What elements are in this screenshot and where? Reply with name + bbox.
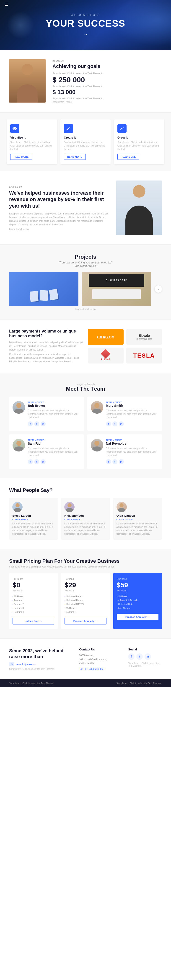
bob-facebook-icon[interactable]: f xyxy=(28,422,33,426)
nav-bar: ☰ xyxy=(0,0,171,9)
personal-feature-3: Unlimited HTTPS xyxy=(64,602,106,606)
bob-body xyxy=(14,409,24,414)
business-price: $59 xyxy=(117,581,158,589)
hamburger-menu[interactable]: ☰ xyxy=(5,2,8,7)
mary-facebook-icon[interactable]: f xyxy=(106,422,111,426)
about-title: Achieving our goals xyxy=(53,64,162,69)
mary-linkedin-icon[interactable]: in xyxy=(119,422,124,426)
projects-quote: "You can do anything you set your mind t… xyxy=(9,261,162,267)
sam-twitter-icon[interactable]: t xyxy=(34,459,39,464)
nat-role: TEAM MEMBER xyxy=(106,439,159,441)
read-more-visualize[interactable]: READ MORE xyxy=(10,154,32,160)
business-pricing-button[interactable]: Proceed Annually → xyxy=(117,614,158,620)
project-thumb-2: BUSINESS CARD xyxy=(82,272,151,306)
mary-role: TEAM MEMBER xyxy=(106,401,159,403)
testimonial-nick: Nick Jhonson CEO / Founder Lorem ipsum d… xyxy=(61,498,110,540)
project-thumb-1 xyxy=(9,272,78,306)
team-period: Per Month xyxy=(13,589,54,592)
stella-face xyxy=(16,503,19,508)
nat-twitter-icon[interactable]: t xyxy=(112,459,117,464)
visualize-icon-box xyxy=(10,124,19,133)
avatar-stella xyxy=(12,502,22,512)
testimonial-stella: Stella Larson CEO / Founder Lorem ipsum … xyxy=(9,498,58,540)
footer-email-value[interactable]: sample@info.com xyxy=(16,663,36,665)
projects-image-from: Images from Freepik xyxy=(9,308,162,310)
partners-title: Large payments volume or unique business… xyxy=(9,329,83,339)
sam-info: TEAM MEMBER Sam Rich Click over item to … xyxy=(28,439,80,464)
about-image xyxy=(9,59,46,103)
footer-phone: Tel: (111) 360 336 663 xyxy=(79,668,121,670)
bob-linkedin-icon[interactable]: in xyxy=(41,422,46,426)
sam-socials: f t in xyxy=(28,459,80,464)
mary-socials: f t in xyxy=(106,422,159,426)
about-amount-1: $ 250 000 xyxy=(53,76,162,84)
team-card-bob: TEAM MEMBER Bob Brown Click over item to… xyxy=(9,396,84,431)
footer-sample-right: Sample text. Click to select the Text El… xyxy=(128,662,162,667)
personal-pricing-button[interactable]: Proceed Annually → xyxy=(64,617,106,624)
footer-twitter-icon[interactable]: t xyxy=(136,654,143,660)
eye-icon xyxy=(12,126,17,131)
footer-address: 20008 Walnut, 101 on undefined Lebanon, … xyxy=(79,654,121,666)
hero-hand-graphic xyxy=(7,11,34,39)
testimonials-title: What People Say? xyxy=(9,487,162,493)
projects-section: Projects "You can do anything you set yo… xyxy=(0,245,171,320)
book-1 xyxy=(30,291,38,302)
sam-facebook-icon[interactable]: f xyxy=(28,459,33,464)
feature-title-create: Create it xyxy=(64,136,107,139)
footer-social-icons: f t in xyxy=(128,654,162,660)
team-feature-1: 15 Users xyxy=(13,595,54,598)
testimonials-section: What People Say? Stella Larson CEO / Fou… xyxy=(0,478,171,549)
mary-desc: Click over item to set here sample also … xyxy=(106,409,159,419)
personal-feature-4: 15 Users xyxy=(64,606,106,610)
chart-icon xyxy=(120,126,125,131)
team-feature-3: Feature 2 xyxy=(13,602,54,606)
nat-facebook-icon[interactable]: f xyxy=(106,459,111,464)
nick-body xyxy=(66,508,73,512)
testimonials-grid: Stella Larson CEO / Founder Lorem ipsum … xyxy=(9,498,162,540)
team-pricing-button[interactable]: Upload Free → xyxy=(13,617,54,624)
avatar-olga xyxy=(117,502,127,512)
footer-since-title: Since 2002, we've helped raise more than xyxy=(9,648,72,660)
partners-logos: amazon Elevate Business Solutions RISING… xyxy=(88,329,162,364)
bob-desc: Click over item to set here sample also … xyxy=(28,409,80,419)
partners-text-1: Lorem ipsum dolor sit amet, consectetur … xyxy=(9,341,83,352)
sam-role: TEAM MEMBER xyxy=(28,439,80,441)
bottombar-right: Sample text. Click to select the Text El… xyxy=(116,682,162,685)
hero-arrow[interactable]: → xyxy=(83,31,88,37)
footer-email-row: ✉ sample@info.com xyxy=(9,662,72,666)
footer-social: Social f t in Sample text. Click to sele… xyxy=(128,648,162,670)
sam-name: Sam Rich xyxy=(28,442,80,445)
mary-twitter-icon[interactable]: t xyxy=(112,422,117,426)
about-image-from: Image from Freepik xyxy=(53,101,162,103)
team-image-label: Image by Freepik xyxy=(9,383,162,386)
whatwedo-image xyxy=(116,180,162,235)
hero-section: ☰ we construct YOUR SUCCESS → xyxy=(0,0,171,50)
personal-features: Unlimited Pages Unlimited Forms Unlimite… xyxy=(64,595,106,614)
footer-facebook-icon[interactable]: f xyxy=(128,654,134,660)
carousel-next-button[interactable]: › xyxy=(155,285,162,293)
stella-name: Stella Larson xyxy=(12,514,54,517)
footer-instagram-icon[interactable]: in xyxy=(145,654,151,660)
nat-desc: Click over item to set here sample also … xyxy=(106,447,159,457)
pricing-card-business: Business $59 Per Month 15 Users 4 Free S… xyxy=(113,573,162,629)
business-feature-1: 15 Users xyxy=(117,595,158,598)
read-more-grow[interactable]: READ MORE xyxy=(117,154,139,160)
about-section: about us Achieving our goals Sample text… xyxy=(0,50,171,112)
nick-name: Nick Jhonson xyxy=(64,514,107,517)
bob-twitter-icon[interactable]: t xyxy=(34,422,39,426)
sam-linkedin-icon[interactable]: in xyxy=(41,459,46,464)
business-feature-3: Unlimited Data xyxy=(117,602,158,606)
about-sample-1: Sample text. Click to select the Text El… xyxy=(53,72,162,75)
projects-carousel: BUSINESS CARD › xyxy=(9,272,162,306)
footer-social-title: Social xyxy=(128,648,162,651)
nat-socials: f t in xyxy=(106,459,159,464)
business-features: 15 Users 4 Free Sub-Domain Unlimited Dat… xyxy=(117,595,158,610)
nick-text: Lorem ipsum dolor sit amet, consectetur … xyxy=(64,522,107,536)
elevate-name: Elevate xyxy=(138,334,150,338)
nat-info: TEAM MEMBER Nat Reynolds Click over item… xyxy=(106,439,159,464)
projects-title: Projects xyxy=(9,254,162,260)
read-more-create[interactable]: READ MORE xyxy=(64,154,86,160)
olga-text: Lorem ipsum dolor sit amet, consectetur … xyxy=(117,522,159,536)
business-feature-4: 24/7 Support xyxy=(117,606,158,610)
nat-linkedin-icon[interactable]: in xyxy=(119,459,124,464)
